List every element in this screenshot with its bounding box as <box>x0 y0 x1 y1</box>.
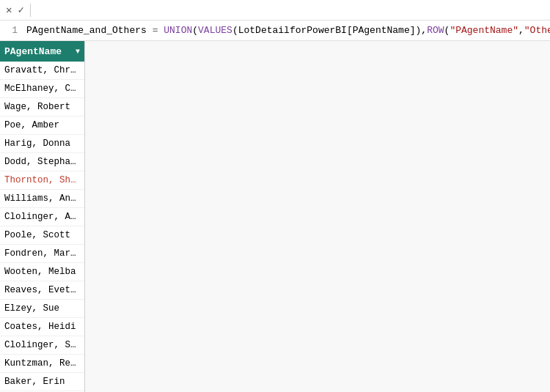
code-func-values: VALUES <box>198 25 232 36</box>
list-item[interactable]: Dodd, Stephanie <box>0 153 84 171</box>
list-item[interactable]: McElhaney, Christy <box>0 80 84 98</box>
main-canvas <box>85 41 550 392</box>
list-item[interactable]: Thornton, Sharon <box>0 171 84 190</box>
code-expression: PAgentName_and_Others = UNION(VALUES(Lot… <box>23 23 550 37</box>
code-func-union: UNION <box>164 25 192 36</box>
filter-panel: PAgentName ▼ Gravatt, ChristieMcElhaney,… <box>0 41 85 392</box>
chevron-down-icon[interactable]: ▼ <box>76 48 80 56</box>
list-item[interactable]: Reaves, Evette <box>0 281 84 300</box>
main-content: PAgentName ▼ Gravatt, ChristieMcElhaney,… <box>0 41 550 392</box>
code-arg-values: LotDetailforPowerBI[PAgentName] <box>238 25 416 36</box>
panel-header[interactable]: PAgentName ▼ <box>0 41 84 62</box>
toolbar: ✕ ✓ <box>0 0 550 21</box>
panel-header-label: PAgentName <box>4 46 62 57</box>
list-item[interactable]: Elzey, Sue <box>0 300 84 318</box>
check-icon[interactable]: ✓ <box>18 4 23 16</box>
code-editor-line: 1 PAgentName_and_Others = UNION(VALUES(L… <box>0 21 550 41</box>
list-item[interactable]: Wooten, Melba <box>0 263 84 281</box>
filter-list[interactable]: Gravatt, ChristieMcElhaney, ChristyWage,… <box>0 62 84 392</box>
code-comma-2: , <box>518 25 524 36</box>
toolbar-divider <box>30 4 31 17</box>
list-item[interactable]: Clolinger, Sara <box>0 336 84 355</box>
code-variable: PAgentName_and_Others <box>26 25 147 36</box>
list-item[interactable]: Poole, Scott <box>0 226 84 245</box>
code-paren-values-open: ( <box>232 25 238 36</box>
code-operator: = <box>147 25 164 36</box>
list-item[interactable]: Fondren, Martha <box>0 245 84 263</box>
list-item[interactable]: Wage, Robert <box>0 98 84 117</box>
list-item[interactable]: Kuntzman, Rebecca <box>0 355 84 373</box>
list-item[interactable]: Poe, Amber <box>0 117 84 135</box>
code-string-1: "PAgentName" <box>450 25 518 36</box>
list-item[interactable]: Williams, Anna Grace <box>0 190 84 208</box>
code-paren-open: ( <box>192 25 198 36</box>
list-item[interactable]: Harig, Donna <box>0 135 84 153</box>
list-item[interactable]: Coates, Heidi <box>0 318 84 336</box>
code-func-row: ROW <box>427 25 444 36</box>
list-item[interactable]: Gravatt, Christie <box>0 62 84 80</box>
line-number: 1 <box>0 23 23 37</box>
code-string-2: "Other" <box>524 25 550 36</box>
list-item[interactable]: Clolinger, Aaron <box>0 208 84 226</box>
close-icon[interactable]: ✕ <box>6 4 12 16</box>
code-comma: , <box>421 25 427 36</box>
list-item[interactable]: Baker, Erin <box>0 373 84 391</box>
